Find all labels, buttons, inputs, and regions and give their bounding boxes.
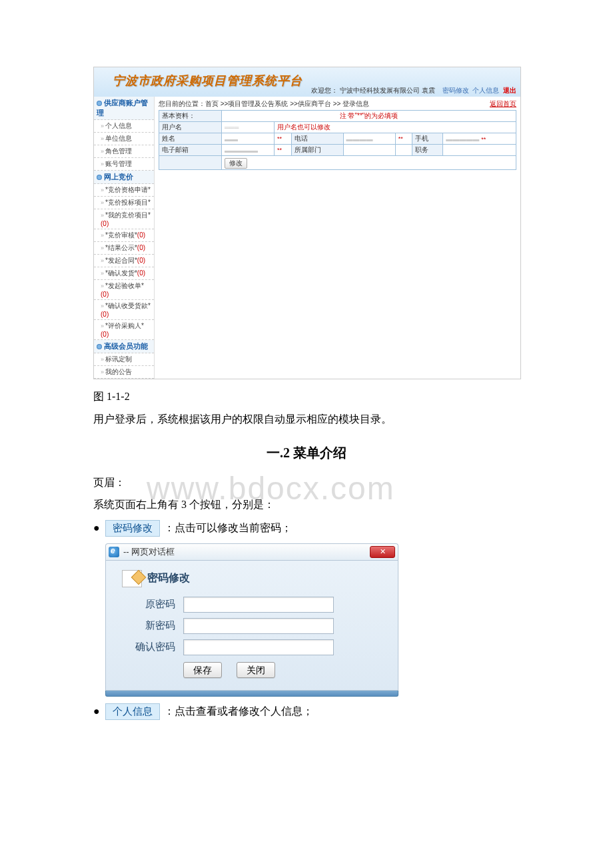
form-row-new-password: 新密码 [122,618,382,634]
sidebar-group-premium: 高级会员功能 [94,340,154,353]
ie-icon [109,547,119,557]
dept-value [343,145,395,156]
dialog-footer-bar [105,691,398,697]
modify-button[interactable]: 修改 [225,158,247,169]
phone-value: ▬▬▬▬ [346,135,373,143]
sidebar-item[interactable]: 我的公告 [94,366,154,379]
label-mobile: 手机 [412,133,443,145]
label-post: 职务 [412,145,443,156]
username-note: 用户名也可以修改 [275,122,516,133]
sidebar-item[interactable]: *确认发货*(0) [94,267,154,280]
password-dialog: -- 网页对话框 ✕ 密码修改 原密码 新密码 确认密码 保存 关闭 [105,543,398,697]
app-screenshot: 宁波市政府采购项目管理系统平台 欢迎您： 宁波中经科技发展有限公司 袁震 密码修… [93,67,521,379]
label-new-password: 新密码 [122,619,175,632]
link-profile[interactable]: 个人信息 [472,87,499,94]
sidebar-group-bid: 网上竞价 [94,171,154,184]
link-exit[interactable]: 退出 [503,87,516,94]
bullet-dot-icon: ● [93,705,100,717]
label-email: 电子邮箱 [159,145,222,156]
save-button[interactable]: 保存 [183,662,222,678]
bullet-item: ● 密码修改 ：点击可以修改当前密码； [93,520,520,537]
old-password-input[interactable] [183,597,334,613]
sidebar-item[interactable]: 角色管理 [94,145,154,158]
sidebar-item[interactable]: 个人信息 [94,120,154,133]
sidebar-item[interactable]: *评价采购人*(0) [94,320,154,340]
paragraph: 用户登录后，系统根据该用户的权限自动显示相应的模块目录。 [93,411,520,428]
sidebar-item[interactable]: *竞价投标项目* [94,197,154,209]
sidebar-item[interactable]: *竞价审核*(0) [94,229,154,242]
close-button[interactable]: 关闭 [237,662,275,678]
system-title: 宁波市政府采购项目管理系统平台 [113,69,303,89]
dialog-body: 密码修改 原密码 新密码 确认密码 保存 关闭 [105,560,398,691]
edit-icon [122,570,142,587]
section-label: 基本资料： [159,111,222,122]
required-mark: ** [275,133,292,145]
form-row-old-password: 原密码 [122,597,382,613]
bullet-dot-icon: ● [93,522,100,534]
sidebar-item[interactable]: 标讯定制 [94,353,154,366]
sidebar-item[interactable]: 单位信息 [94,133,154,145]
label-old-password: 原密码 [122,598,175,611]
sidebar-item[interactable]: *我的竞价项目*(0) [94,209,154,229]
label-username: 用户名 [159,122,222,133]
bullet-item: ● 个人信息 ：点击查看或者修改个人信息； [93,703,520,720]
sidebar-item[interactable]: *发起合同*(0) [94,255,154,267]
breadcrumb: 您目前的位置：首页 >>项目管理及公告系统 >>供应商平台 >> 登录信息 [159,99,516,109]
post-value [443,145,516,156]
header-right: 欢迎您： 宁波中经科技发展有限公司 袁震 密码修改 个人信息 退出 [311,86,516,95]
paragraph: 页眉： [93,474,520,491]
dialog-heading: 密码修改 [122,570,382,587]
figure-caption: 图 1-1-2 [93,390,520,404]
sidebar-item[interactable]: *结果公示*(0) [94,242,154,255]
link-password[interactable]: 密码修改 [442,87,469,94]
section-heading: 一.2 菜单介绍 [93,444,520,462]
required-note: 注 带"**"的为必填项 [222,111,516,122]
bullet-text: ：点击可以修改当前密码； [164,521,292,535]
required-mark: ** [275,145,292,156]
label-dept: 所属部门 [291,145,343,156]
email-value: ▬▬▬▬▬ [225,147,258,154]
basic-info-table: 基本资料： 注 带"**"的为必填项 用户名 ═══ 用户名也可以修改 姓名 ▬… [159,110,516,170]
form-row-confirm-password: 确认密码 [122,639,382,655]
return-home-link[interactable]: 返回首页 [490,99,516,109]
label-name: 姓名 [159,133,222,145]
dialog-titlebar: -- 网页对话框 ✕ [105,543,398,560]
dialog-title-text: -- 网页对话框 [123,546,175,558]
paragraph: 系统页面右上角有 3 个按钮，分别是： [93,496,520,513]
app-header: 宁波市政府采购项目管理系统平台 欢迎您： 宁波中经科技发展有限公司 袁震 密码修… [94,67,520,97]
main-panel: 返回首页 您目前的位置：首页 >>项目管理及公告系统 >>供应商平台 >> 登录… [155,97,520,379]
profile-tag: 个人信息 [105,703,160,720]
welcome-user: 宁波中经科技发展有限公司 袁震 [340,87,435,94]
password-change-tag: 密码修改 [105,520,160,537]
dialog-close-button[interactable]: ✕ [370,546,395,558]
sidebar: 供应商账户管理 个人信息 单位信息 角色管理 账号管理 网上竞价 *竞价资格申请… [94,97,155,379]
sidebar-group-account: 供应商账户管理 [94,97,154,120]
label-confirm-password: 确认密码 [122,641,175,653]
confirm-password-input[interactable] [183,639,334,655]
mobile-value: ▬▬▬▬▬ [446,135,479,143]
required-mark: ** [395,133,412,145]
username-value: ═══ [225,124,239,131]
welcome-prefix: 欢迎您： [311,87,338,94]
sidebar-item[interactable]: *竞价资格申请* [94,184,154,197]
sidebar-item[interactable]: *确认收受货款*(0) [94,300,154,320]
bullet-text: ：点击查看或者修改个人信息； [164,705,313,719]
label-phone: 电话 [291,133,343,145]
sidebar-item[interactable]: 账号管理 [94,158,154,171]
new-password-input[interactable] [183,618,334,634]
sidebar-item[interactable]: *发起验收单*(0) [94,280,154,300]
name-value: ▬▬ [225,135,238,143]
